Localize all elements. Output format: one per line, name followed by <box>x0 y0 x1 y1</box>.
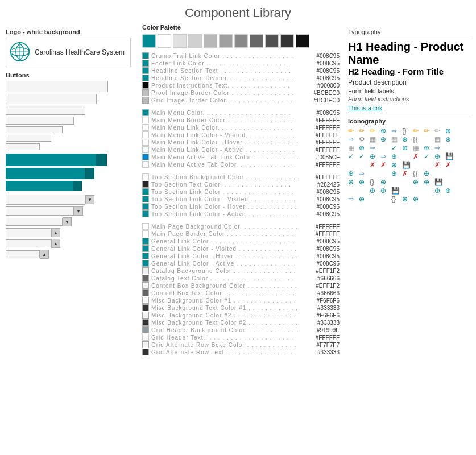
curly-icon-5: {} <box>391 195 402 203</box>
color-row-catalog-text: Catalog Text Color . . . . . . . . . . .… <box>142 275 340 282</box>
color-swatch-mainmenu-border <box>142 117 149 123</box>
outline-button-lg[interactable] <box>6 81 108 92</box>
spacer-12 <box>445 169 456 177</box>
color-row-footer: Footer Link Color . . . . . . . . . . . … <box>142 60 340 67</box>
color-row-product-instructions: Product Instructions Text. . . . . . . .… <box>142 82 340 89</box>
color-swatch-footer <box>142 60 149 67</box>
dropdown-arrow-up-3[interactable]: ▲ <box>40 250 49 259</box>
color-swatch-misc-text2 <box>142 319 149 326</box>
color-swatch-headline-divider <box>142 75 149 81</box>
dropdown-box-3 <box>6 218 63 226</box>
dropdown-arrow-down-1[interactable]: ▼ <box>85 195 94 204</box>
page-title: Component Library <box>0 0 476 24</box>
spacer-7 <box>413 161 423 169</box>
color-row-general-link-active: General Link Color - Active . . . . . . … <box>142 260 340 267</box>
spacer-5 <box>348 161 358 169</box>
color-row-top-link-active: Top Section Link Color - Active . . . . … <box>142 210 340 217</box>
curly-icon-2: {} <box>413 135 423 143</box>
spacer-17 <box>359 187 369 195</box>
typography-form-labels: Form field labels <box>348 88 470 94</box>
arrow-icon-4: ⇒ <box>434 144 445 152</box>
spacer-3 <box>445 144 456 152</box>
plus-icon-2: ⊕ <box>445 127 456 135</box>
green-button-md[interactable] <box>6 168 85 179</box>
spacer-15 <box>445 178 456 186</box>
logo-section: Carolinas HealthCare System <box>6 38 131 67</box>
spacer-16 <box>348 187 358 195</box>
green-button-lg[interactable] <box>6 154 97 166</box>
gear-icon-1: ⚙ <box>359 135 369 143</box>
outline-button-xs[interactable] <box>6 117 74 125</box>
spacer-20 <box>424 187 434 195</box>
spacer-8 <box>424 161 434 169</box>
curly-icon-4: {} <box>370 178 380 186</box>
color-swatch-mainmenu-link <box>142 124 149 131</box>
color-swatch-mainpage-border <box>142 230 149 237</box>
outline-button-xxs[interactable] <box>6 126 63 133</box>
spacer-21 <box>370 195 380 203</box>
plus-icon-25: ⊕ <box>359 195 369 203</box>
grid-icon-3: ▦ <box>434 135 445 143</box>
dropdown-arrow-down-2[interactable]: ▼ <box>74 206 83 216</box>
green-button-sm[interactable] <box>6 181 74 191</box>
color-row-misc-text1: Misc Background Text Color #1 . . . . . … <box>142 304 340 311</box>
outline-button-xxxs[interactable] <box>6 135 51 142</box>
color-swatch-general-link-active <box>142 260 149 267</box>
dropdown-row-4: ▲ <box>6 228 131 237</box>
dropdown-arrow-up-2[interactable]: ▲ <box>51 239 60 248</box>
color-swatch-top-link <box>142 188 149 195</box>
spacer-14 <box>402 178 412 186</box>
arrow-icon-7: ⇒ <box>348 195 358 203</box>
spacer-13 <box>391 178 402 186</box>
spacer-1 <box>424 135 434 143</box>
color-row-general-link-visited: General Link Color - Visited . . . . . .… <box>142 245 340 252</box>
swatch-gray2 <box>219 34 233 48</box>
iconography-label: Iconography <box>348 115 470 125</box>
plus-icon-6: ⊕ <box>359 144 369 152</box>
swatch-darkgray2 <box>265 34 279 48</box>
color-swatch-mainmenu-link-visited <box>142 131 149 138</box>
color-swatch-top-bg <box>142 173 149 180</box>
color-swatch-mainmenu-link-active <box>142 146 149 153</box>
plus-icon-5: ⊕ <box>445 135 456 143</box>
color-swatch-headline-text <box>142 67 149 74</box>
dropdown-arrow-up-1[interactable]: ▲ <box>51 228 60 237</box>
spacer-11 <box>434 169 445 177</box>
color-row-grid-altrow-bg: Grid Alternate Row Bckg Color . . . . . … <box>142 341 340 348</box>
pencil-icon-4: ✏ <box>413 127 423 135</box>
outline-button-sm[interactable] <box>6 106 85 115</box>
spacer-24 <box>434 195 445 203</box>
color-row-catalog-bg: Catalog Background Color . . . . . . . .… <box>142 267 340 274</box>
pencil-icon-6: ✏ <box>434 127 445 135</box>
grid-icon-4: ▦ <box>348 144 358 152</box>
color-group-4: Main Page Background Color. . . . . . . … <box>142 223 340 355</box>
palette-swatches <box>142 34 340 48</box>
save-icon-1: 💾 <box>445 152 456 160</box>
color-row-crumb: Crumb Trail Link Color . . . . . . . . .… <box>142 52 340 59</box>
spacer-23 <box>424 195 434 203</box>
curly-icon-1: {} <box>402 127 412 135</box>
typography-h2: H2 Heading - Form Title <box>348 67 470 76</box>
plus-icon-17: ⊕ <box>359 178 369 186</box>
save-icon-4: 💾 <box>391 187 402 195</box>
color-row-headline-divider: Headline Section Divider. . . . . . . . … <box>142 75 340 81</box>
dropdown-row-2: ▼ <box>6 206 131 216</box>
typography-section: Typography H1 Heading - Product Name H2 … <box>348 28 470 111</box>
typography-link[interactable]: This is a link <box>348 105 470 111</box>
color-group-2: Main Menu Color. . . . . . . . . . . . .… <box>142 109 340 168</box>
outline-button-md[interactable] <box>6 94 97 104</box>
outline-button-micro[interactable] <box>6 143 40 150</box>
color-swatch-crumb <box>142 52 149 59</box>
color-swatch-misc-bg1 <box>142 297 149 304</box>
plus-icon-23: ⊕ <box>434 187 445 195</box>
dropdown-box-1 <box>6 195 85 205</box>
button-row-1 <box>6 81 131 92</box>
dropdown-arrow-down-3[interactable]: ▼ <box>63 217 72 226</box>
button-row-3 <box>6 106 131 115</box>
color-swatch-misc-text1 <box>142 304 149 311</box>
swatch-darkgray3 <box>280 34 294 48</box>
right-column: Typography H1 Heading - Product Name H2 … <box>345 24 470 361</box>
plus-icon-9: ⊕ <box>370 152 380 160</box>
color-palette-label: Color Palette <box>142 24 340 31</box>
arrow-icon-3: ⇒ <box>370 144 380 152</box>
